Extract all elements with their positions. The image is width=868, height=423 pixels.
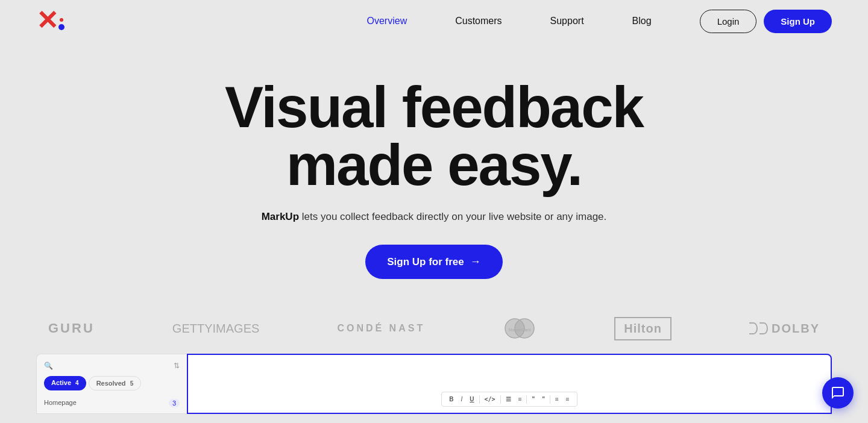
toolbar-list1[interactable]: ☰ <box>503 395 514 404</box>
sidebar-tabs: Active 4 Resolved 5 <box>44 376 180 390</box>
tab-active[interactable]: Active 4 <box>44 376 86 390</box>
tab-resolved[interactable]: Resolved 5 <box>89 376 142 390</box>
preview-main: B I U </> ☰ ≡ " " ≡ ≡ <box>187 354 832 414</box>
logo-conde: CONDÉ NAST <box>337 323 425 334</box>
logo-getty: gettyimages <box>172 322 259 336</box>
hero-cta-arrow: → <box>470 255 481 268</box>
nav-link-overview[interactable]: Overview <box>367 16 407 27</box>
dolby-icon <box>749 322 768 334</box>
navbar: ✕ Overview Customers Support Blog Login … <box>0 0 868 42</box>
hero-brand: MarkUp <box>262 211 299 222</box>
logo-dolby: DOLBY <box>749 322 820 336</box>
signup-button[interactable]: Sign Up <box>764 10 832 33</box>
toolbar-list2[interactable]: ≡ <box>516 395 524 404</box>
search-icon: 🔍 <box>44 362 53 370</box>
logo-hilton: Hilton <box>614 317 671 340</box>
hero-title: Visual feedback made easy. <box>225 78 643 194</box>
toolbar-separator-4 <box>550 395 550 404</box>
hero-subtitle: MarkUp lets you collect feedback directl… <box>262 211 607 223</box>
hero-cta-button[interactable]: Sign Up for free → <box>365 245 503 279</box>
svg-point-2 <box>60 18 63 22</box>
nav-actions: Login Sign Up <box>700 10 832 33</box>
toolbar-separator-2 <box>500 395 501 404</box>
toolbar-separator-1 <box>479 395 480 404</box>
sidebar-search: 🔍 ⇅ <box>44 362 180 370</box>
svg-text:MasterCard: MasterCard <box>509 328 531 332</box>
nav-link-blog[interactable]: Blog <box>632 16 652 27</box>
logo-guru: GURU <box>48 321 95 336</box>
nav-link-support[interactable]: Support <box>550 16 584 27</box>
chat-bubble[interactable] <box>822 377 854 409</box>
logo[interactable]: ✕ <box>36 8 68 34</box>
hero-section: Visual feedback made easy. MarkUp lets y… <box>0 42 868 291</box>
svg-point-1 <box>58 24 64 30</box>
toolbar-separator-3 <box>526 395 527 404</box>
nav-links: Overview Customers Support Blog <box>367 16 652 27</box>
nav-link-customers[interactable]: Customers <box>455 16 502 27</box>
preview-sidebar: 🔍 ⇅ Active 4 Resolved 5 Homepage 3 <box>36 354 187 414</box>
svg-text:✕: ✕ <box>36 8 58 34</box>
toolbar-bold[interactable]: B <box>447 395 456 404</box>
chat-icon <box>831 386 845 400</box>
toolbar-code[interactable]: </> <box>482 395 498 404</box>
sidebar-page-item: Homepage 3 <box>44 396 180 410</box>
editor-toolbar: B I U </> ☰ ≡ " " ≡ ≡ <box>441 392 577 407</box>
login-button[interactable]: Login <box>700 10 757 33</box>
sidebar-sort-icon: ⇅ <box>174 362 180 370</box>
toolbar-underline[interactable]: U <box>467 395 476 404</box>
hero-cta-label: Sign Up for free <box>387 256 464 268</box>
toolbar-align2[interactable]: ≡ <box>564 395 572 404</box>
logo-mastercard: MasterCard <box>503 315 536 342</box>
sidebar-item-count: 3 <box>169 399 180 407</box>
toolbar-italic[interactable]: I <box>459 395 465 404</box>
logos-bar: GURU gettyimages CONDÉ NAST MasterCard H… <box>0 291 868 354</box>
toolbar-align1[interactable]: ≡ <box>553 395 561 404</box>
app-preview: 🔍 ⇅ Active 4 Resolved 5 Homepage 3 B I U… <box>36 354 832 414</box>
toolbar-quote-close[interactable]: " <box>539 395 547 404</box>
toolbar-quote-open[interactable]: " <box>529 395 537 404</box>
